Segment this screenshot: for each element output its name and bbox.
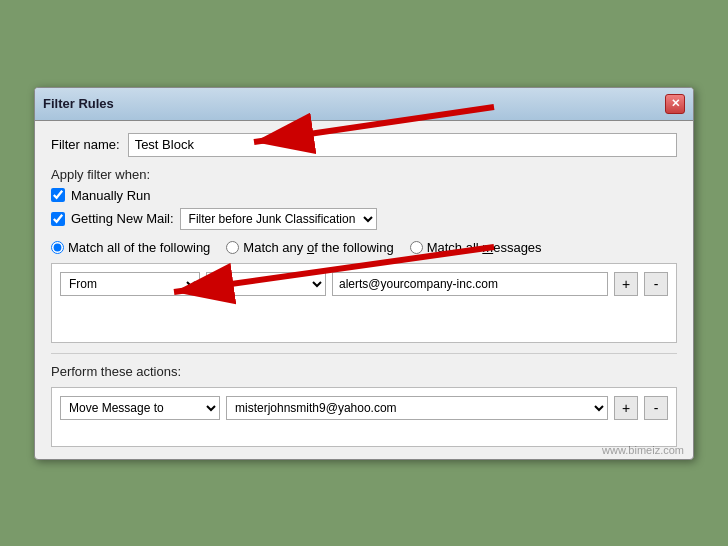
- match-any-option[interactable]: Match any of the following: [226, 240, 393, 255]
- match-radio-row: Match all of the following Match any of …: [51, 240, 677, 255]
- condition-value-input[interactable]: [332, 272, 608, 296]
- match-all-label: Match all of the following: [68, 240, 210, 255]
- action-add-button[interactable]: +: [614, 396, 638, 420]
- condition-operator-dropdown[interactable]: is is not contains: [206, 272, 326, 296]
- match-messages-label: Match all messages: [427, 240, 542, 255]
- getting-new-mail-checkbox[interactable]: [51, 212, 65, 226]
- filter-name-row: Filter name:: [51, 133, 677, 157]
- condition-row: From Subject To is is not contains + -: [60, 272, 668, 296]
- apply-filter-label: Apply filter when:: [51, 167, 677, 182]
- condition-add-button[interactable]: +: [614, 272, 638, 296]
- getting-new-mail-row: Getting New Mail: Filter before Junk Cla…: [51, 208, 677, 230]
- action-target-dropdown[interactable]: misterjohnsmith9@yahoo.com Inbox Trash: [226, 396, 608, 420]
- watermark: www.bimeiz.com: [602, 444, 684, 456]
- match-messages-option[interactable]: Match all messages: [410, 240, 542, 255]
- match-any-radio[interactable]: [226, 241, 239, 254]
- action-row: Move Message to Copy Message to Delete M…: [60, 396, 668, 420]
- conditions-box: From Subject To is is not contains + -: [51, 263, 677, 343]
- condition-remove-button[interactable]: -: [644, 272, 668, 296]
- actions-section-label: Perform these actions:: [51, 353, 677, 379]
- manually-run-checkbox[interactable]: [51, 188, 65, 202]
- getting-new-mail-label: Getting New Mail:: [71, 211, 174, 226]
- dialog-content: Filter name: Apply filter when: Manually…: [35, 121, 693, 459]
- actions-box: Move Message to Copy Message to Delete M…: [51, 387, 677, 447]
- condition-field-dropdown[interactable]: From Subject To: [60, 272, 200, 296]
- filter-name-input[interactable]: [128, 133, 677, 157]
- manually-run-row: Manually Run: [51, 188, 677, 203]
- filter-type-dropdown[interactable]: Filter before Junk Classification: [180, 208, 377, 230]
- action-remove-button[interactable]: -: [644, 396, 668, 420]
- action-type-dropdown[interactable]: Move Message to Copy Message to Delete M…: [60, 396, 220, 420]
- match-all-radio[interactable]: [51, 241, 64, 254]
- title-bar: Filter Rules ✕: [35, 88, 693, 121]
- filter-name-label: Filter name:: [51, 137, 120, 152]
- manually-run-label: Manually Run: [71, 188, 151, 203]
- match-all-option[interactable]: Match all of the following: [51, 240, 210, 255]
- close-button[interactable]: ✕: [665, 94, 685, 114]
- filter-rules-dialog: Filter Rules ✕ Filter name: Apply filter…: [34, 87, 694, 460]
- dialog-title: Filter Rules: [43, 96, 114, 111]
- match-messages-radio[interactable]: [410, 241, 423, 254]
- match-any-label: Match any of the following: [243, 240, 393, 255]
